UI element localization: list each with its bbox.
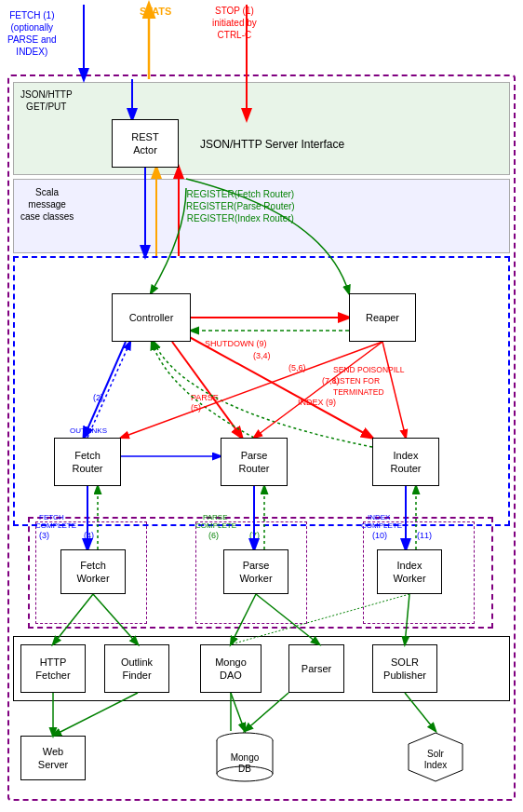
fetch-label: FETCH (1)(optionallyPARSE andINDEX) bbox=[7, 9, 57, 58]
register-label: REGISTER(Fetch Router)REGISTER(Parse Rou… bbox=[186, 188, 295, 224]
diagram: JSON/HTTPGET/PUT RESTActor JSON/HTTP Ser… bbox=[0, 0, 523, 812]
outlink-finder-box: OutlinkFinder bbox=[104, 644, 169, 693]
stats-label: STATS bbox=[140, 5, 171, 18]
controller-box: Controller bbox=[112, 293, 191, 342]
json-http-label: JSON/HTTPGET/PUT bbox=[20, 88, 73, 113]
rest-actor-box: RESTActor bbox=[112, 119, 179, 168]
index-worker-box: IndexWorker bbox=[377, 549, 442, 594]
parse-worker-box: ParseWorker bbox=[223, 549, 288, 594]
solr-pub-box: SOLRPublisher bbox=[372, 644, 437, 693]
fetch-router-box: FetchRouter bbox=[54, 438, 121, 486]
json-http-region bbox=[13, 82, 510, 175]
mongo-dao-box: MongoDAO bbox=[200, 644, 262, 693]
svg-text:Index: Index bbox=[424, 760, 447, 770]
parser-box: Parser bbox=[288, 644, 344, 693]
mongo-db-box: Mongo DB bbox=[214, 731, 275, 783]
web-server-box: WebServer bbox=[20, 736, 86, 780]
svg-text:Mongo: Mongo bbox=[231, 752, 260, 763]
scala-label: Scalamessagecase classes bbox=[20, 186, 74, 223]
http-fetcher-box: HTTPFetcher bbox=[20, 644, 86, 693]
reaper-box: Reaper bbox=[349, 293, 416, 342]
stop-label: STOP (1)initiated byCTRL-C bbox=[212, 5, 257, 41]
svg-text:DB: DB bbox=[238, 764, 251, 774]
parse-router-box: ParseRouter bbox=[221, 438, 288, 486]
svg-text:Solr: Solr bbox=[427, 749, 444, 759]
fetch-worker-box: FetchWorker bbox=[60, 549, 126, 594]
json-server-label: JSON/HTTP Server Interface bbox=[200, 138, 344, 153]
index-router-box: IndexRouter bbox=[372, 438, 439, 486]
solr-index-box: Solr Index bbox=[405, 731, 466, 783]
